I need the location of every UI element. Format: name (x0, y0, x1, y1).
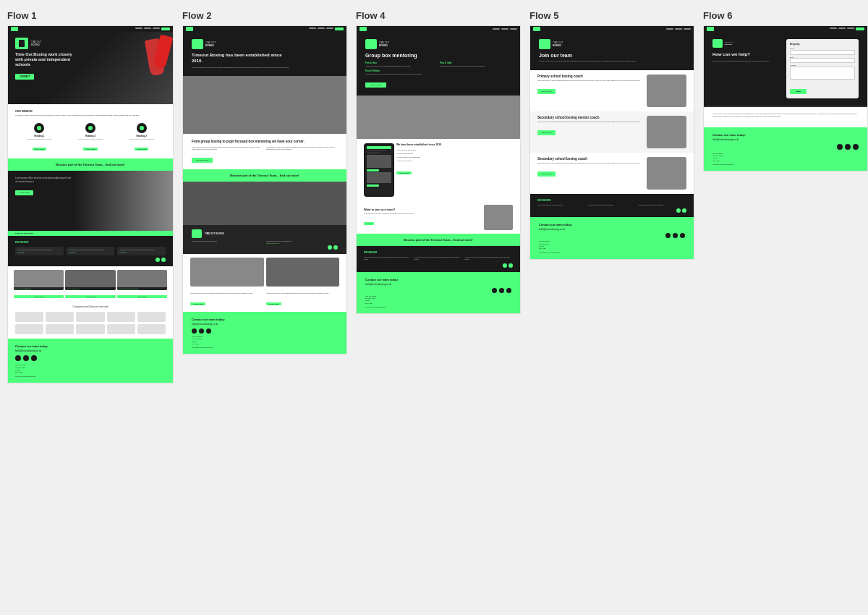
instagram-icon[interactable] (673, 233, 678, 238)
review-text: Lorem ipsum dolor sit amet consectetur (537, 204, 586, 206)
service-button[interactable]: LEARN MORE (396, 171, 412, 174)
nav-next[interactable] (682, 208, 686, 213)
nav-link[interactable] (326, 27, 333, 29)
flow-2-preview: TIME OUT BOXING Timeout Boxing has been … (182, 25, 347, 355)
nav-link[interactable] (309, 27, 316, 29)
mission-heading: OUR MISSION (15, 110, 166, 113)
image-grid-section (183, 254, 346, 290)
role-button[interactable]: APPLY NOW (537, 89, 556, 94)
contact-info-section: Lorem ipsum dolor sit amet consectetur a… (704, 107, 867, 127)
sport-button[interactable]: LEARN MORE (65, 295, 115, 298)
sport-caption: Full day box mentoring (14, 287, 64, 290)
nav-link[interactable] (684, 28, 691, 30)
nav-link[interactable] (501, 28, 509, 30)
footer-section: Contact our team today: hello@timeoutbox… (183, 312, 346, 355)
card-button[interactable]: LEARN MORE (33, 148, 46, 150)
nav-link[interactable] (510, 28, 517, 30)
footer-email: hello@timeoutboxing.co.uk (712, 138, 859, 141)
twitter-icon[interactable] (31, 355, 37, 361)
twitter-icon[interactable] (680, 233, 685, 238)
nav-next[interactable] (509, 263, 513, 268)
overlay-link[interactable]: hello@timeout.co.uk (266, 242, 338, 244)
nav-bar (704, 26, 867, 32)
hero-button[interactable]: CONTACT (15, 74, 34, 80)
join-button[interactable]: APPLY (364, 222, 374, 225)
email-input[interactable] (790, 58, 855, 63)
nav-button[interactable] (161, 27, 170, 30)
instagram-icon[interactable] (499, 288, 504, 293)
join-hero-text: Lorem ipsum dolor sit amet consectetur a… (539, 60, 655, 63)
logos-section: Companies and Clients we work with (8, 301, 173, 339)
reviews-nav (15, 258, 166, 262)
nav-link[interactable] (135, 27, 142, 29)
card-icon (34, 123, 44, 133)
flow-5-label: Flow 5 (529, 7, 694, 25)
flow-4-label: Flow 4 (356, 7, 521, 25)
nav-link[interactable] (153, 27, 160, 29)
text-columns: Lorem ipsum dolor sit amet consectetur a… (192, 146, 338, 150)
twitter-icon[interactable] (853, 144, 859, 150)
nav-link[interactable] (847, 27, 854, 29)
twitter-icon[interactable] (506, 288, 511, 293)
name-input[interactable] (790, 50, 855, 55)
review-text: "Lorem ipsum dolor sit amet consectetur … (69, 249, 113, 251)
nav-link[interactable] (830, 27, 837, 29)
role-button[interactable]: APPLY NOW (537, 130, 556, 135)
sport-button[interactable]: LEARN MORE (117, 295, 167, 298)
nav-button[interactable] (856, 27, 864, 30)
half-image (357, 96, 520, 139)
facebook-icon[interactable] (665, 233, 671, 238)
card-button[interactable]: LEARN MORE (83, 148, 97, 150)
message-textarea[interactable] (790, 67, 855, 80)
role-button[interactable]: APPLY NOW (537, 171, 556, 177)
part-3-text: Lorem ipsum dolor sit amet consectetur a… (365, 73, 511, 75)
form-field-name: Name (790, 48, 855, 55)
footer-title: Contact our team today: (712, 133, 859, 137)
twitter-icon[interactable] (206, 328, 211, 334)
coach-section: Lorem ipsum dolor sit amet consectetur a… (8, 171, 173, 236)
facebook-icon[interactable] (492, 288, 497, 293)
image-button[interactable]: LEARN MORE (266, 302, 281, 305)
social-icons (15, 355, 166, 361)
nav-link[interactable] (666, 28, 673, 30)
role-image (647, 75, 686, 107)
role-text: Lorem ipsum dolor sit amet consectetur a… (537, 80, 644, 82)
instagram-icon[interactable] (845, 144, 851, 150)
facebook-icon[interactable] (15, 355, 21, 361)
form-submit-button[interactable]: SEND (790, 89, 807, 94)
image-button[interactable]: LEARN MORE (190, 302, 205, 305)
card-button[interactable]: LEARN MORE (135, 148, 148, 150)
footer-email: hello@timeoutboxing.co.uk (15, 349, 166, 352)
facebook-icon[interactable] (837, 144, 843, 150)
nav-link[interactable] (318, 27, 325, 29)
part-1-text: Lorem ipsum dolor sit amet consectetur a… (365, 65, 437, 67)
nav-link[interactable] (675, 28, 682, 30)
facebook-icon[interactable] (192, 328, 197, 334)
image-text-section: Lorem ipsum dolor sit amet consectetur a… (183, 290, 346, 312)
nav-prev[interactable] (156, 258, 160, 262)
coach-button[interactable]: CLICK HERE (15, 190, 33, 195)
arrow-icon (328, 245, 332, 250)
social-icons (539, 233, 685, 238)
nav-prev[interactable] (503, 263, 507, 268)
nav-links (309, 27, 344, 30)
service-item: • Full day box mentoring (396, 149, 513, 151)
nav-next[interactable] (161, 258, 166, 262)
nav-link[interactable] (493, 28, 500, 30)
sport-button[interactable]: LEARN MORE (14, 295, 64, 298)
instagram-icon[interactable] (199, 328, 204, 334)
nav-button[interactable] (335, 27, 344, 30)
nav-link[interactable] (144, 27, 151, 29)
hero-button[interactable]: LEARN MORE (365, 82, 386, 88)
section-button[interactable]: LEARN MORE (192, 158, 213, 163)
social-icons (365, 288, 511, 293)
image-text: Lorem ipsum dolor sit amet consectetur a… (266, 292, 339, 294)
nav-prev[interactable] (676, 208, 681, 213)
phone-mockup (364, 143, 394, 197)
review-text: Lorem ipsum dolor sit amet consectetur a… (414, 256, 463, 260)
instagram-icon[interactable] (23, 355, 29, 361)
overlay-brand: TIME OUT BOXING (205, 232, 224, 235)
part-3-title: Part 3: Reflect (365, 69, 511, 72)
nav-link[interactable] (838, 27, 846, 29)
hero-logo (365, 39, 377, 49)
